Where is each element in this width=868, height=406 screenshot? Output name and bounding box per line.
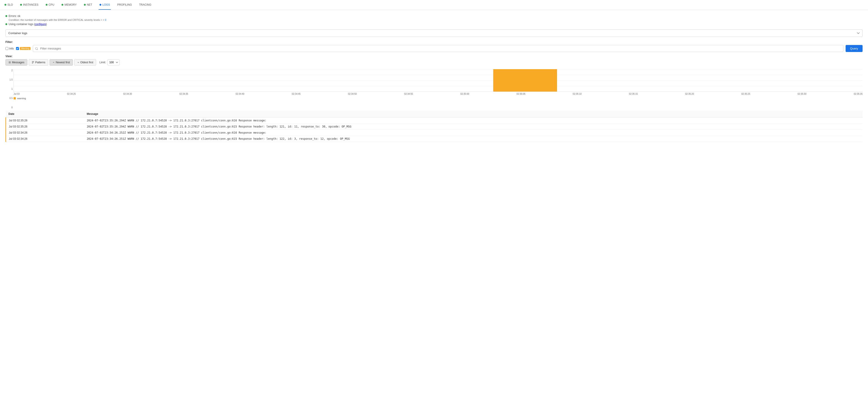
x-label-10: 02:35:10 — [573, 93, 582, 95]
y-axis: 2 1.5 1 0.5 0 — [5, 69, 13, 109]
x-label-4: 02:34:40 — [236, 93, 245, 95]
up-arrow-icon — [53, 61, 55, 64]
list-icon — [8, 61, 11, 64]
filter-row: Info Warning Query — [5, 45, 863, 52]
x-label-11: 02:35:15 — [629, 93, 638, 95]
nav-item-tracing[interactable]: TRACING — [138, 0, 152, 10]
oldest-first-button[interactable]: Oldest first — [74, 59, 96, 66]
log-source-row: Container logs System logs — [5, 29, 863, 37]
log-message-3: 2024-07-02T23:34:26.251Z WARN // 172.21.… — [84, 136, 863, 142]
col-message-header: Message — [84, 111, 863, 118]
nav-label-profiling: PROFILING — [117, 3, 132, 6]
filter-messages-input[interactable] — [33, 45, 843, 52]
configure-link[interactable]: configure — [35, 23, 46, 26]
nav-item-profiling[interactable]: PROFILING — [116, 0, 133, 10]
grid-line-25 — [14, 75, 863, 75]
nav-item-instances[interactable]: INSTANCES — [19, 0, 39, 10]
info-checkbox-label[interactable]: Info — [5, 47, 14, 50]
nav-label-cpu: CPU — [49, 3, 54, 6]
grid-line-50 — [14, 81, 863, 81]
nav-dot-net — [84, 4, 86, 6]
nav-item-logs[interactable]: LOGS — [99, 0, 111, 10]
nav-dot-memory — [62, 4, 63, 6]
search-icon — [35, 47, 38, 50]
warning-bar[interactable] — [493, 69, 557, 92]
limit-select[interactable]: 50 100 200 500 — [107, 59, 120, 65]
filter-label: Filter: — [5, 40, 863, 43]
patterns-icon — [32, 61, 34, 64]
condition-text: Condition: the number of messages with t… — [9, 19, 102, 21]
status-dot-green — [5, 15, 7, 17]
query-button[interactable]: Query — [846, 45, 863, 52]
x-label-7: 02:34:55 — [404, 93, 413, 95]
y-label-0: 0 — [5, 106, 13, 109]
nav-label-slo: SLO — [7, 3, 13, 6]
nav-label-tracing: TRACING — [139, 3, 151, 6]
legend-warning-dot — [13, 97, 16, 99]
x-label-2: 02:34:30 — [123, 93, 132, 95]
filter-input-wrap — [33, 45, 843, 52]
table-row[interactable]: Jul 03 02:35:262024-07-02T23:35:26.294Z … — [6, 118, 863, 124]
x-label-15: 02:35:35 — [854, 93, 863, 95]
main-content: Errors: ok Condition: the number of mess… — [0, 10, 868, 147]
container-status: Using container logs (configure) — [5, 23, 863, 26]
table-row[interactable]: Jul 03 02:34:262024-07-02T23:34:26.251Z … — [6, 136, 863, 142]
table-body: Jul 03 02:35:262024-07-02T23:35:26.294Z … — [6, 118, 863, 142]
limit-section: Limit: 50 100 200 500 — [99, 59, 120, 65]
messages-label: Messages — [12, 61, 24, 64]
nav-label-memory: MEMORY — [64, 3, 77, 6]
svg-line-1 — [37, 49, 38, 50]
info-checkbox[interactable] — [5, 47, 8, 50]
patterns-label: Patterns — [35, 61, 45, 64]
down-arrow-icon — [77, 61, 80, 64]
condition-link[interactable]: 0 — [105, 19, 106, 21]
chart-container: 2 1.5 1 0.5 0 Jul 03 — [5, 69, 863, 109]
x-label-14: 02:35:30 — [798, 93, 806, 95]
legend-warning-label: warning — [17, 97, 26, 100]
log-source-select[interactable]: Container logs System logs — [5, 29, 863, 37]
warning-checkbox[interactable] — [16, 47, 19, 50]
log-date-1: Jul 03 02:35:26 — [6, 124, 84, 130]
grid-line-75 — [14, 86, 863, 86]
y-label-1: 1 — [5, 88, 13, 90]
patterns-button[interactable]: Patterns — [29, 59, 49, 66]
x-label-13: 02:35:25 — [741, 93, 750, 95]
warning-checkbox-label[interactable]: Warning — [16, 47, 31, 50]
view-section: View: Messages Patterns Newest first Old… — [5, 55, 863, 66]
table-header: Date Message — [6, 111, 863, 118]
nav-item-cpu[interactable]: CPU — [45, 0, 55, 10]
table-row[interactable]: Jul 03 02:34:262024-07-02T23:34:26.252Z … — [6, 130, 863, 136]
status-section: Errors: ok Condition: the number of mess… — [5, 14, 863, 26]
x-label-9: 02:35:05 — [517, 93, 525, 95]
grid-lines — [14, 69, 863, 92]
x-label-1: 02:34:25 — [67, 93, 76, 95]
nav-dot-logs — [99, 4, 101, 6]
nav-item-memory[interactable]: MEMORY — [61, 0, 78, 10]
warning-badge: Warning — [20, 47, 31, 50]
filter-section: Filter: Info Warning Query — [5, 40, 863, 52]
errors-label: Errors: ok — [9, 14, 20, 18]
info-label: Info — [9, 47, 14, 50]
newest-label: Newest first — [56, 61, 70, 64]
chart-area — [13, 69, 863, 92]
limit-label: Limit: — [99, 61, 106, 64]
log-date-0: Jul 03 02:35:26 — [6, 118, 84, 124]
nav-dot-slo — [4, 4, 6, 6]
view-buttons: Messages Patterns Newest first Oldest fi… — [5, 59, 863, 66]
x-label-8: 02:35:00 — [461, 93, 469, 95]
newest-first-button[interactable]: Newest first — [50, 59, 73, 66]
x-label-3: 02:34:35 — [179, 93, 188, 95]
nav-item-slo[interactable]: SLO — [4, 0, 14, 10]
log-message-0: 2024-07-02T23:35:26.294Z WARN // 172.21.… — [84, 118, 863, 124]
table-row[interactable]: Jul 03 02:35:262024-07-02T23:35:26.294Z … — [6, 124, 863, 130]
nav-item-net[interactable]: NET — [83, 0, 93, 10]
nav-label-logs: LOGS — [102, 3, 110, 6]
x-label-6: 02:34:50 — [348, 93, 357, 95]
container-text: Using container logs (configure) — [9, 23, 47, 26]
log-message-2: 2024-07-02T23:34:26.252Z WARN // 172.21.… — [84, 130, 863, 136]
messages-button[interactable]: Messages — [5, 59, 27, 66]
x-label-0: Jul 03 — [13, 93, 20, 95]
col-date-header: Date — [6, 111, 84, 118]
oldest-label: Oldest first — [80, 61, 93, 64]
log-message-1: 2024-07-02T23:35:26.294Z WARN // 172.21.… — [84, 124, 863, 130]
